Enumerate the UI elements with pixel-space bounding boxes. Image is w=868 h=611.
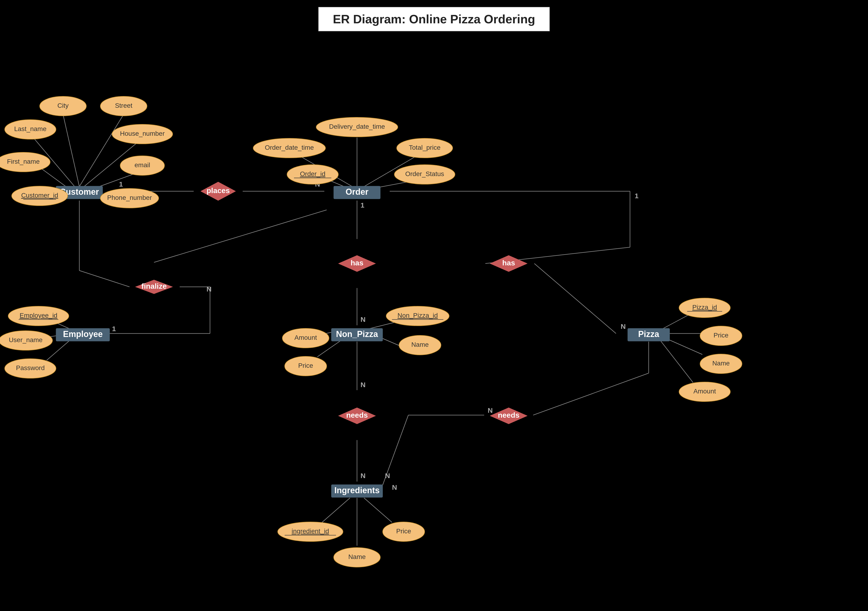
card-customer-places: 1 [119, 180, 123, 188]
attr-orderid: Order_id [287, 165, 338, 184]
entity-nonpizza-label: Non_Pizza [336, 329, 378, 339]
attr-employeeid: Employee_id [8, 306, 69, 326]
attr-orderid-label: Order_id [300, 170, 326, 178]
attr-phonenumber-label: Phone_number [107, 194, 152, 201]
attr-price-pizza-label: Price [713, 332, 728, 339]
attr-lastname-label: Last_name [14, 125, 46, 133]
attr-nonpizzaid: Non_Pizza_id [386, 306, 449, 326]
card-finalize-n: N [206, 285, 212, 293]
attr-amount-nonpizza-label: Amount [294, 334, 317, 341]
card-order-has2: 1 [635, 192, 639, 200]
er-diagram: 1 N 1 N 1 N 1 N N N N N N Customer Order… [0, 0, 868, 611]
attr-name-ingredient-label: Name [348, 553, 366, 560]
attr-street-label: Street [115, 102, 133, 109]
attr-price-nonpizza-label: Price [298, 362, 313, 369]
attr-lastname: Last_name [5, 120, 56, 139]
entity-pizza: Pizza [628, 328, 670, 341]
relationship-places-label: places [206, 186, 230, 195]
attr-housenumber-label: House_number [120, 130, 164, 137]
attr-name-nonpizza-label: Name [411, 341, 429, 348]
entity-nonpizza: Non_Pizza [331, 328, 383, 341]
attr-deliverydatetime: Delivery_date_time [316, 117, 398, 137]
attr-phonenumber: Phone_number [100, 189, 159, 208]
attr-ingredientid-label: ingredient_id [292, 527, 329, 535]
relationship-needs-nonpizza: needs [338, 408, 376, 424]
relationship-finalize: finalize [135, 280, 173, 294]
svg-line-29 [154, 210, 327, 262]
attr-name-pizza: Name [700, 354, 742, 374]
entity-employee-label: Employee [63, 329, 103, 339]
attr-price-ingredient: Price [383, 522, 425, 541]
attr-ingredientid: ingredient_id [277, 522, 343, 541]
entity-pizza-label: Pizza [638, 329, 659, 339]
relationship-has-pizza-label: has [502, 258, 515, 267]
card-ingr-needs1: N [361, 472, 366, 480]
attr-orderdatetime-label: Order_date_time [265, 144, 314, 151]
attr-city: City [40, 96, 86, 116]
attr-price-ingredient-label: Price [396, 527, 411, 535]
card-pizza-needs: N [488, 407, 493, 414]
entity-ingredients-label: Ingredients [334, 486, 380, 495]
relationship-finalize-label: finalize [141, 282, 167, 290]
entity-order: Order [334, 186, 380, 199]
attr-amount-pizza-label: Amount [693, 388, 716, 395]
attr-password-label: Password [16, 364, 45, 371]
svg-line-22 [79, 271, 130, 287]
attr-username-label: User_name [9, 336, 43, 343]
attr-amount-pizza: Amount [679, 382, 730, 402]
svg-line-43 [660, 340, 693, 382]
attr-email: email [120, 156, 164, 175]
relationship-has-nonpizza-label: has [350, 258, 363, 267]
relationship-needs-nonpizza-label: needs [346, 411, 368, 419]
attr-firstname: First_name [0, 152, 50, 172]
card-order-has1: 1 [361, 201, 364, 209]
attr-employeeid-label: Employee_id [20, 312, 57, 319]
attr-email-label: email [135, 161, 150, 169]
relationship-places: places [201, 182, 236, 201]
relationship-needs-pizza: needs [490, 408, 527, 424]
svg-line-1 [79, 114, 124, 187]
attr-orderstatus: Order_Status [394, 165, 455, 184]
card-nonpizza-needs: N [361, 381, 366, 388]
attr-customerid-label: Customer_id [21, 192, 58, 199]
attr-name-pizza-label: Name [712, 360, 730, 367]
card-pizza-has2: N [621, 323, 626, 330]
card-nonpizza-has1: N [361, 316, 366, 323]
attr-customerid: Customer_id [12, 186, 68, 206]
attr-pizzaid: Pizza_id [679, 298, 730, 318]
svg-line-45 [364, 498, 392, 522]
attr-housenumber: House_number [112, 124, 173, 144]
diagram-title: ER Diagram: Online Pizza Ordering [318, 7, 550, 31]
attr-amount-nonpizza: Amount [282, 328, 329, 348]
attr-totalprice-label: Total_price [409, 144, 440, 151]
attr-deliverydatetime-label: Delivery_date_time [329, 123, 385, 130]
attr-firstname-label: First_name [7, 158, 40, 165]
entity-ingredients: Ingredients [331, 484, 383, 497]
card-ingr-n: N [392, 483, 397, 491]
svg-line-20 [534, 263, 616, 334]
entity-order-label: Order [346, 187, 369, 196]
card-employee-finalize: 1 [112, 325, 116, 333]
svg-line-37 [533, 373, 649, 415]
card-ingr-needs2: N [385, 472, 390, 480]
relationship-needs-pizza-label: needs [498, 411, 519, 419]
attr-username: User_name [0, 331, 53, 350]
attr-orderdatetime: Order_date_time [253, 138, 326, 158]
attr-name-nonpizza: Name [399, 335, 441, 355]
attr-pizzaid-label: Pizza_id [692, 304, 717, 311]
svg-line-44 [322, 498, 350, 522]
attr-nonpizzaid-label: Non_Pizza_id [398, 312, 438, 319]
attr-street: Street [100, 96, 147, 116]
attr-price-nonpizza: Price [285, 356, 327, 376]
attr-price-pizza: Price [700, 326, 742, 346]
attr-city-label: City [57, 102, 68, 109]
attr-orderstatus-label: Order_Status [405, 170, 444, 178]
attr-name-ingredient: Name [334, 548, 380, 567]
entity-employee: Employee [56, 328, 110, 341]
relationship-has-pizza: has [490, 255, 527, 272]
attr-password: Password [5, 359, 56, 378]
attr-totalprice: Total_price [397, 138, 453, 158]
relationship-has-nonpizza: has [338, 255, 376, 272]
